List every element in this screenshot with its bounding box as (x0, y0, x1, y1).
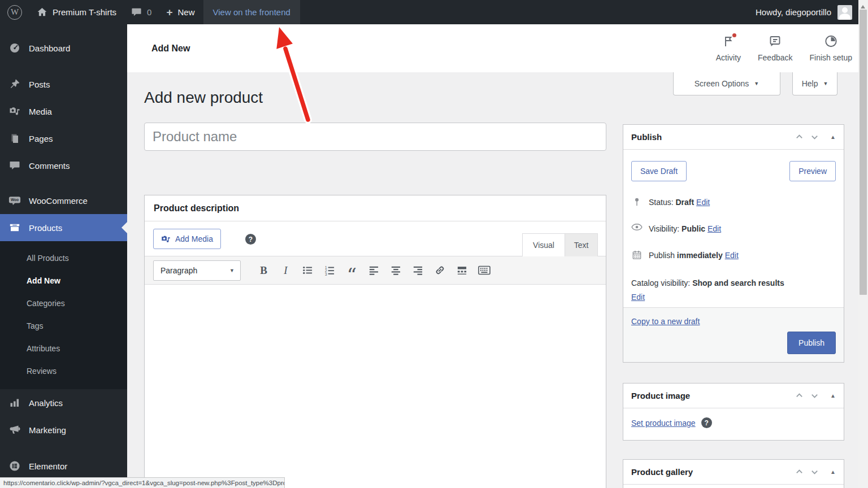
move-up-icon[interactable] (795, 468, 804, 476)
comment-bubble-icon (131, 7, 142, 18)
set-product-image-link[interactable]: Set product image (631, 419, 696, 428)
help-icon[interactable]: ? (245, 234, 256, 245)
products-submenu: All Products Add New Categories Tags Att… (0, 241, 127, 389)
user-avatar[interactable] (837, 5, 852, 20)
save-draft-button[interactable]: Save Draft (631, 161, 687, 181)
media-icon (8, 106, 21, 117)
visibility-row: Visibility: Public Edit (631, 223, 836, 234)
sidebar-item-marketing[interactable]: Marketing (0, 416, 127, 443)
sidebar-item-analytics[interactable]: Analytics (0, 389, 127, 416)
submenu-all-products[interactable]: All Products (0, 247, 127, 269)
add-media-button[interactable]: Add Media (153, 229, 221, 249)
view-frontend-label: View on the frontend (213, 7, 290, 17)
sidebar-label: Dashboard (29, 43, 70, 53)
submenu-reviews[interactable]: Reviews (0, 360, 127, 382)
bold-button[interactable]: B (254, 261, 273, 280)
catalog-visibility-value: Shop and search results (692, 278, 784, 287)
product-name-input[interactable] (144, 123, 606, 151)
wordpress-logo-menu[interactable]: W (0, 0, 29, 24)
screen-options-tab[interactable]: Screen Options ▼ (673, 72, 780, 95)
view-frontend-link[interactable]: View on the frontend (203, 0, 300, 24)
product-image-header[interactable]: Product image ▲ (623, 384, 844, 408)
notification-dot (732, 33, 736, 37)
screen-options-label: Screen Options (695, 79, 749, 88)
sidebar-label: Media (29, 107, 52, 116)
comments-menu[interactable]: 0 (124, 0, 159, 24)
link-button[interactable] (431, 261, 449, 280)
scroll-up-arrow[interactable] (861, 3, 865, 8)
copy-to-new-draft-link[interactable]: Copy to a new draft (631, 317, 700, 326)
editor-mode-tabs: Visual Text (522, 233, 598, 256)
scrollbar-thumb[interactable] (860, 10, 867, 295)
sidebar-label: Elementor (29, 461, 67, 471)
product-gallery-header[interactable]: Product gallery ▲ (623, 460, 844, 485)
activity-button[interactable]: Activity (716, 34, 741, 62)
feedback-label: Feedback (758, 53, 792, 62)
collapse-toggle-icon[interactable]: ▲ (830, 134, 836, 140)
tab-text[interactable]: Text (565, 233, 598, 256)
edit-schedule-link[interactable]: Edit (725, 251, 739, 260)
bullet-list-button[interactable] (298, 261, 317, 280)
collapse-toggle-icon[interactable]: ▲ (830, 469, 836, 475)
submenu-attributes[interactable]: Attributes (0, 337, 127, 360)
woocommerce-icon: Woo (8, 195, 21, 206)
sidebar-item-dashboard[interactable]: Dashboard (0, 34, 127, 62)
sidebar-label: Products (29, 223, 62, 233)
active-menu-notch (117, 222, 127, 233)
submenu-add-new[interactable]: Add New (0, 269, 127, 292)
sidebar-item-pages[interactable]: Pages (0, 125, 127, 152)
tab-visual[interactable]: Visual (522, 233, 565, 256)
numbered-list-button[interactable]: 123 (320, 261, 339, 280)
move-up-icon[interactable] (795, 133, 804, 141)
align-center-button[interactable] (387, 261, 405, 280)
move-up-icon[interactable] (795, 391, 804, 400)
feedback-button[interactable]: Feedback (758, 34, 792, 62)
elementor-icon (8, 460, 21, 472)
catalog-visibility-row: Catalog visibility: Shop and search resu… (631, 276, 836, 304)
site-name-menu[interactable]: Premium T-shirts (29, 0, 124, 24)
publish-panel-header[interactable]: Publish ▲ (623, 125, 844, 150)
help-icon[interactable]: ? (701, 417, 712, 428)
pages-icon (8, 133, 21, 144)
help-tab[interactable]: Help ▼ (792, 72, 837, 95)
site-name-label: Premium T-shirts (53, 7, 116, 17)
sidebar-label: Pages (29, 134, 53, 143)
comments-count: 0 (147, 7, 151, 17)
move-down-icon[interactable] (810, 391, 819, 400)
howdy-label[interactable]: Howdy, diegoportillo (756, 7, 831, 17)
align-left-button[interactable] (364, 261, 383, 280)
publish-panel: Publish ▲ Save Draft Preview Status: Dra… (623, 124, 844, 363)
italic-button[interactable]: I (276, 261, 295, 280)
help-label: Help (802, 79, 818, 88)
move-down-icon[interactable] (810, 468, 819, 476)
edit-visibility-link[interactable]: Edit (708, 224, 721, 233)
status-pin-icon (631, 197, 643, 207)
paragraph-format-select[interactable]: Paragraph ▼ (153, 260, 241, 281)
blockquote-button[interactable]: “ (342, 261, 361, 280)
schedule-row: Publish immediately Edit (631, 250, 836, 261)
publish-panel-footer: Copy to a new draft Publish (623, 307, 844, 362)
edit-catalog-visibility-link[interactable]: Edit (631, 293, 645, 302)
publish-button[interactable]: Publish (787, 332, 836, 354)
finish-setup-button[interactable]: Finish setup (810, 34, 852, 62)
sidebar-item-woocommerce[interactable]: Woo WooCommerce (0, 187, 127, 214)
submenu-categories[interactable]: Categories (0, 292, 127, 315)
editor-canvas[interactable] (145, 285, 606, 488)
status-row: Status: Draft Edit (631, 197, 836, 208)
edit-status-link[interactable]: Edit (696, 198, 710, 207)
sidebar-item-media[interactable]: Media (0, 98, 127, 125)
sidebar-item-elementor[interactable]: Elementor (0, 452, 127, 480)
sidebar-item-products[interactable]: Products (0, 214, 127, 241)
move-down-icon[interactable] (810, 133, 819, 141)
calendar-icon (631, 250, 643, 260)
sidebar-item-comments[interactable]: Comments (0, 152, 127, 179)
preview-button[interactable]: Preview (789, 161, 836, 181)
publish-panel-title: Publish (631, 132, 662, 142)
align-right-button[interactable] (409, 261, 427, 280)
new-menu[interactable]: + New (159, 0, 202, 24)
submenu-tags[interactable]: Tags (0, 315, 127, 337)
keyboard-shortcuts-button[interactable] (475, 261, 493, 280)
read-more-tag-button[interactable] (453, 261, 471, 280)
sidebar-item-posts[interactable]: Posts (0, 71, 127, 98)
collapse-toggle-icon[interactable]: ▲ (830, 393, 836, 399)
